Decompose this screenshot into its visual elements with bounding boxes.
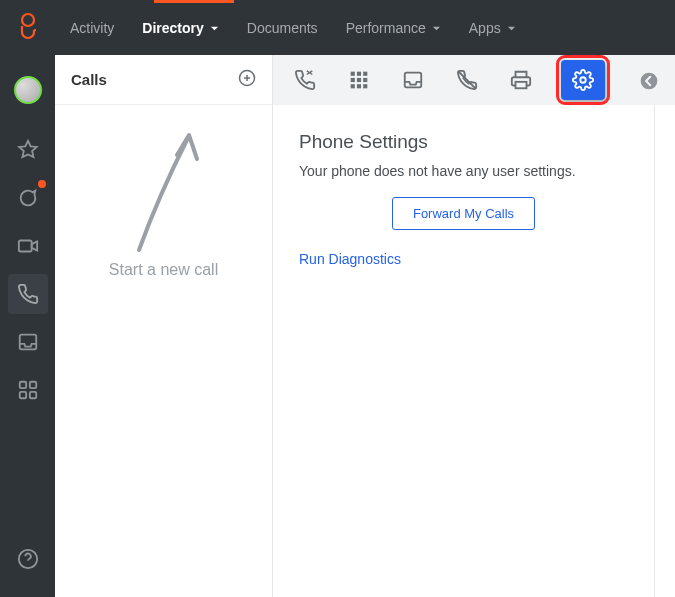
notification-dot-icon: [38, 180, 46, 188]
sidebar-help[interactable]: [8, 539, 48, 579]
nav-documents[interactable]: Documents: [247, 20, 318, 36]
sidebar-chat[interactable]: [8, 178, 48, 218]
left-sidebar: [0, 0, 55, 597]
nav-performance-label: Performance: [346, 20, 426, 36]
nav-documents-label: Documents: [247, 20, 318, 36]
svg-rect-20: [516, 82, 527, 88]
settings-title: Phone Settings: [299, 131, 628, 153]
calls-body: Start a new call: [55, 105, 272, 597]
active-tab-marker: [154, 0, 234, 3]
chevron-down-icon: [210, 20, 219, 36]
nav-directory[interactable]: Directory: [142, 20, 218, 36]
sidebar-apps-grid[interactable]: [8, 370, 48, 410]
dial-icon[interactable]: [291, 66, 319, 94]
voicemail-inbox-icon[interactable]: [399, 66, 427, 94]
calls-header: Calls: [55, 55, 272, 105]
phone-toolbar: [273, 55, 675, 105]
print-icon[interactable]: [507, 66, 535, 94]
svg-point-0: [22, 14, 34, 26]
sidebar-phone[interactable]: [8, 274, 48, 314]
dialpad-icon[interactable]: [345, 66, 373, 94]
calls-panel: Calls Start a new call: [55, 55, 273, 597]
nav-apps[interactable]: Apps: [469, 20, 516, 36]
sidebar-inbox[interactable]: [8, 322, 48, 362]
app-logo-icon[interactable]: [17, 12, 39, 44]
svg-rect-17: [363, 84, 367, 88]
start-call-text: Start a new call: [109, 261, 218, 279]
nav-activity[interactable]: Activity: [70, 20, 114, 36]
top-nav: Activity Directory Documents Performance…: [0, 0, 675, 55]
nav-directory-label: Directory: [142, 20, 203, 36]
svg-rect-13: [357, 78, 361, 82]
right-panel: Phone Settings Your phone does not have …: [273, 55, 675, 597]
svg-rect-9: [351, 72, 355, 76]
run-diagnostics-link[interactable]: Run Diagnostics: [299, 251, 401, 267]
svg-rect-16: [357, 84, 361, 88]
svg-rect-11: [363, 72, 367, 76]
svg-rect-1: [18, 241, 31, 252]
svg-rect-12: [351, 78, 355, 82]
chevron-down-icon: [507, 20, 516, 36]
svg-rect-6: [29, 392, 35, 398]
missed-call-icon[interactable]: [453, 66, 481, 94]
arrow-up-icon: [119, 125, 209, 255]
svg-rect-4: [29, 382, 35, 388]
sidebar-video[interactable]: [8, 226, 48, 266]
svg-rect-10: [357, 72, 361, 76]
user-avatar[interactable]: [14, 76, 42, 104]
add-call-button[interactable]: [238, 69, 256, 91]
phone-settings-panel: Phone Settings Your phone does not have …: [273, 105, 655, 597]
forward-calls-button[interactable]: Forward My Calls: [392, 197, 535, 230]
nav-apps-label: Apps: [469, 20, 501, 36]
nav-activity-label: Activity: [70, 20, 114, 36]
svg-rect-3: [19, 382, 25, 388]
nav-performance[interactable]: Performance: [346, 20, 441, 36]
calls-title: Calls: [71, 71, 107, 88]
settings-description: Your phone does not have any user settin…: [299, 163, 628, 179]
svg-rect-14: [363, 78, 367, 82]
collapse-panel-button[interactable]: [637, 69, 661, 93]
sidebar-favorites[interactable]: [8, 130, 48, 170]
svg-point-21: [580, 77, 586, 83]
svg-rect-5: [19, 392, 25, 398]
phone-settings-button[interactable]: [561, 60, 605, 100]
svg-rect-15: [351, 84, 355, 88]
svg-point-22: [641, 73, 658, 90]
chevron-down-icon: [432, 20, 441, 36]
content-area: Calls Start a new call: [55, 55, 675, 597]
